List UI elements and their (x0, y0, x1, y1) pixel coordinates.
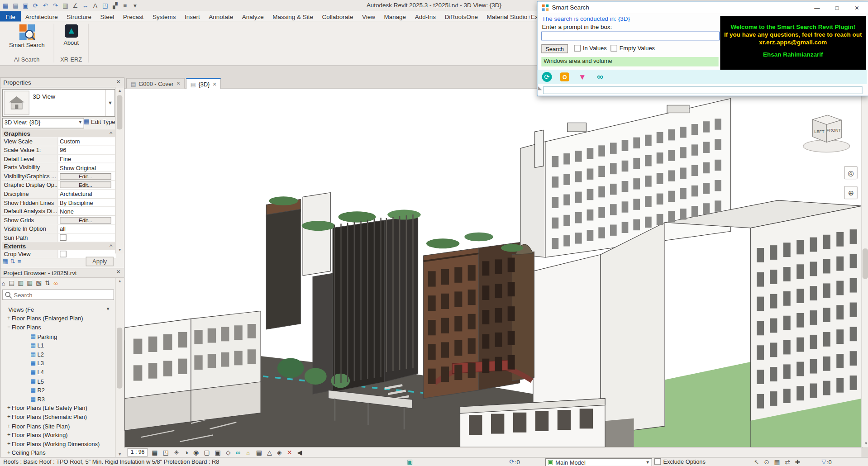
tree-item-r3[interactable]: ▦R3 (0, 395, 114, 404)
sort-icon[interactable]: ⇅ (45, 280, 50, 287)
empty-values-control[interactable]: Empty Values (610, 45, 655, 52)
ribbon-tab-systems[interactable]: Systems (148, 11, 180, 21)
tree-item-floor-plans-schematic-plan-[interactable]: +Floor Plans (Schematic Plan) (0, 413, 114, 422)
navigation-wheel-icon[interactable]: ◎ (844, 166, 857, 179)
property-value[interactable]: By Discipline (60, 199, 93, 207)
expand-icon[interactable]: + (6, 422, 11, 431)
welcome-email[interactable]: xr.erz.apps@gmail.com (720, 38, 866, 46)
expand-icon[interactable]: + (6, 404, 11, 413)
aligned-dimension-icon[interactable]: ↔ (81, 1, 90, 10)
select-links-icon[interactable]: ↖ (754, 458, 759, 466)
smart-search-button[interactable]: Smart Search (7, 23, 47, 56)
print-icon[interactable]: ▥ (61, 1, 70, 10)
viewport-scrollbar[interactable]: ▲ ▼ (861, 88, 868, 447)
text-icon[interactable]: A (91, 1, 100, 10)
close-properties-button[interactable]: ✕ (114, 79, 122, 86)
properties-scrollbar[interactable]: ▲ ▼ (115, 87, 124, 253)
ribbon-tab-precast[interactable]: Precast (119, 11, 148, 21)
qat-dropdown-icon[interactable]: ▾ (131, 1, 140, 10)
tree-item-l2[interactable]: ▦L2 (0, 350, 114, 359)
expand-icon[interactable]: + (6, 448, 11, 457)
sort-grouped-icon[interactable]: ▦ (2, 257, 8, 265)
ribbon-tab-view[interactable]: View (358, 11, 380, 21)
unlocked-view-icon[interactable]: ◇ (226, 448, 231, 457)
edit-button[interactable]: Edit... (60, 173, 111, 180)
drag-on-selection-icon[interactable]: ⇄ (785, 458, 790, 466)
tree-item-parking[interactable]: ▦Parking (0, 332, 114, 341)
properties-section-header[interactable]: Extents^ (2, 242, 116, 250)
expand-icon[interactable]: + (6, 430, 11, 439)
model-canvas[interactable] (124, 89, 862, 447)
crop-view-icon[interactable]: ▢ (204, 448, 210, 457)
ribbon-tab-massing-site[interactable]: Massing & Site (268, 11, 317, 21)
exclude-options-checkbox[interactable] (654, 458, 661, 465)
type-selector[interactable]: 3D View ▼ (2, 89, 115, 117)
show-analytical-model-icon[interactable]: △ (267, 448, 272, 457)
view-3d-glasses-icon[interactable]: ∞ (594, 71, 606, 83)
filter-badge[interactable]: ▽ :0 (821, 458, 831, 466)
sun-path-icon[interactable]: ☀ (174, 448, 180, 457)
minimize-button[interactable]: — (807, 2, 827, 14)
select-pinned-icon[interactable]: ⊙ (764, 458, 769, 466)
temporary-hide-isolate-icon[interactable]: ∞ (236, 448, 240, 457)
view-tab-g000-cover[interactable]: ▤G000 - Cover✕ (126, 78, 185, 88)
close-view-tab-button[interactable]: ✕ (176, 81, 181, 86)
tree-item-floor-plans-enlarged-plan-[interactable]: +Floor Plans (Enlarged Plan) (0, 314, 114, 323)
ribbon-tab-manage[interactable]: Manage (380, 11, 410, 21)
dialog-secondary-field[interactable] (543, 86, 863, 94)
tree-item-floor-plans-working-[interactable]: +Floor Plans (Working) (0, 430, 114, 439)
zoom-icon[interactable]: ⊕ (844, 186, 857, 199)
ribbon-tab-add-ins[interactable]: Add-Ins (410, 11, 440, 21)
property-value[interactable]: Architectural (60, 190, 92, 198)
view-cube[interactable]: LEFT FRONT (796, 111, 857, 155)
show-crop-region-icon[interactable]: ▣ (215, 448, 221, 457)
maximize-button[interactable]: □ (827, 2, 847, 14)
browser-scrollbar[interactable]: ▲ ▼ (115, 278, 124, 458)
dialog-title-bar[interactable]: Smart Search —□✕ (538, 2, 868, 14)
ribbon-tab-steel[interactable]: Steel (96, 11, 119, 21)
clear-filter-icon[interactable]: ▼ (576, 71, 588, 83)
ribbon-tab-file[interactable]: File (0, 11, 21, 21)
expand-icon[interactable]: + (6, 413, 11, 422)
expand-all-icon[interactable]: ▥ (18, 280, 24, 287)
query-result-box[interactable]: Windows area and volume (541, 57, 718, 67)
ribbon-tab-annotate[interactable]: Annotate (205, 11, 238, 21)
save-icon[interactable]: ▣ (21, 1, 30, 10)
property-value[interactable]: all (60, 225, 66, 233)
about-button[interactable]: About (57, 23, 86, 56)
apply-button[interactable]: Apply (86, 257, 114, 266)
close-project-browser-button[interactable]: ✕ (114, 269, 122, 276)
open-icon[interactable]: ▤ (11, 1, 20, 10)
ribbon-tab-collaborate[interactable]: Collaborate (318, 11, 358, 21)
tree-item-floor-plans-life-safety-plan-[interactable]: +Floor Plans (Life Safety Plan) (0, 404, 114, 413)
collapse-viewbar-icon[interactable]: ◀ (297, 448, 302, 457)
tree-item-l4[interactable]: ▦L4 (0, 368, 114, 377)
properties-section-header[interactable]: Graphics^ (2, 129, 116, 137)
rendering-dialog-icon[interactable]: ◉ (193, 448, 199, 457)
view-tab--3d-[interactable]: ▤{3D}✕ (186, 78, 221, 89)
drawing-area[interactable]: LEFT FRONT ◎⊕ (124, 88, 863, 448)
redo-icon[interactable]: ↷ (51, 1, 60, 10)
exclude-options-control[interactable]: Exclude Options (654, 458, 706, 465)
sort-descending-icon[interactable]: ≡ (18, 257, 21, 265)
home-icon[interactable]: ⌂ (2, 280, 5, 286)
search-input[interactable] (12, 291, 114, 299)
highlight-displacement-icon[interactable]: ◈ (277, 448, 282, 457)
sync-icon[interactable]: ⟳ (31, 1, 40, 10)
search-button[interactable]: Search (541, 44, 568, 53)
tree-item-floor-plans-working-dimensions-[interactable]: +Floor Plans (Working Dimensions) (0, 439, 114, 448)
app-menu-icon[interactable]: ▦ (1, 1, 10, 10)
prompt-input[interactable] (541, 32, 720, 41)
tree-item-ceiling-plans[interactable]: +Ceiling Plans (0, 448, 114, 457)
property-checkbox[interactable] (60, 234, 67, 241)
export-icon[interactable]: O (558, 71, 571, 83)
detail-level-icon[interactable]: ▦ (152, 448, 157, 457)
collapse-all-icon[interactable]: ▤ (9, 280, 14, 287)
view-scale-button[interactable]: 1 : 96 (127, 448, 148, 456)
sort-ascending-icon[interactable]: ⇅ (10, 257, 15, 265)
undo-icon[interactable]: ↶ (41, 1, 50, 10)
reveal-hidden-elements-icon[interactable]: ☼ (245, 448, 251, 457)
property-value[interactable]: Custom (60, 138, 80, 146)
default-3d-view-icon[interactable]: ◳ (101, 1, 110, 10)
view-instance-selector[interactable]: 3D View: {3D}▼ (2, 118, 84, 128)
